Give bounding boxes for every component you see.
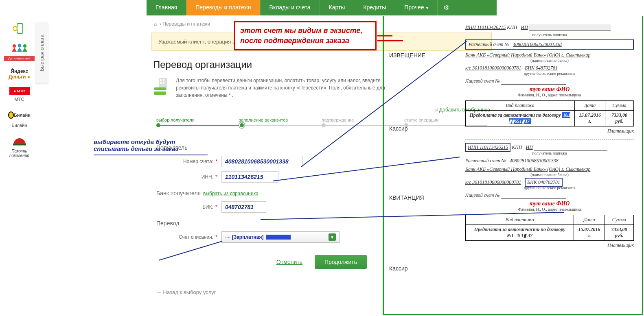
- sidebar: Дети наше всё Я́ндексДеньги ● ● МТСМТС Б…: [4, 22, 35, 165]
- quick-pay-tab[interactable]: Быстрая оплата: [36, 22, 48, 83]
- chevron-down-icon: ▾: [425, 6, 429, 10]
- sidebar-family[interactable]: Дети наше всё: [4, 42, 35, 61]
- svg-rect-6: [160, 79, 162, 81]
- breadcrumb-current: Переводы и платежи: [162, 21, 210, 27]
- svg-point-3: [18, 44, 21, 47]
- nav-cards[interactable]: Карты: [320, 0, 355, 15]
- svg-point-2: [13, 44, 16, 48]
- sidebar-yandex-money[interactable]: Я́ндексДеньги ●: [4, 68, 35, 80]
- receipt-panel: ИНН 110113426215 КПП ИП получатель плате…: [383, 16, 643, 299]
- cancel-button[interactable]: Отменить: [276, 259, 302, 265]
- inn-label: ИНН: *: [156, 174, 221, 180]
- breadcrumb-home[interactable]: ⌂: [154, 21, 157, 27]
- annotation-debit-hint: выбираете откуда будут списывать деньги …: [94, 138, 208, 155]
- receipt-table-1: Вид платежаДатаСумма Предоплата за автоз…: [465, 100, 634, 126]
- continue-button[interactable]: Продолжить: [315, 255, 367, 269]
- debit-label: Счет списания: *: [156, 234, 221, 240]
- intro-text: Для того чтобы перевести деньги организа…: [176, 77, 388, 99]
- nav-deposits[interactable]: Вклады и счета: [261, 0, 320, 15]
- svg-point-1: [13, 26, 17, 31]
- building-card-icon: [153, 77, 169, 95]
- annotation-red-box: этот счет мы видим в экзисте, после подт…: [234, 21, 377, 50]
- step-1[interactable]: выбор получателя: [156, 118, 239, 126]
- main-navbar: Главная Переводы и платежи Вклады и счет…: [147, 0, 497, 15]
- sidebar-mts[interactable]: ● МТСМТС: [4, 87, 35, 102]
- nav-other[interactable]: Прочее ▾: [395, 0, 438, 15]
- debit-account-select[interactable]: ···· [Зарплатная] ▼: [221, 231, 340, 243]
- svg-rect-9: [163, 82, 164, 84]
- svg-rect-0: [17, 24, 23, 33]
- svg-rect-8: [160, 82, 162, 84]
- sidebar-memory[interactable]: Памятьпоколений: [4, 135, 35, 158]
- gear-icon[interactable]: ⚙: [438, 0, 455, 15]
- nav-credits[interactable]: Кредиты: [354, 0, 395, 15]
- chevron-down-icon: ▼: [329, 233, 336, 241]
- sidebar-phone[interactable]: [4, 22, 35, 35]
- receipt-table-2: Вид платежаДатаСумма Предоплата за автоз…: [465, 215, 634, 241]
- nav-main[interactable]: Главная: [147, 0, 186, 15]
- account-input[interactable]: [221, 156, 303, 167]
- bank-directory-link[interactable]: выбрать из справочника: [203, 191, 258, 196]
- svg-rect-7: [163, 79, 164, 81]
- nav-transfers[interactable]: Переводы и платежи: [186, 0, 260, 15]
- sidebar-beeline[interactable]: БилайнБилайн: [4, 109, 35, 128]
- inn-input[interactable]: [221, 171, 278, 183]
- account-label: Номер счета: *: [156, 159, 221, 164]
- bik-input[interactable]: [221, 201, 266, 213]
- svg-point-4: [23, 44, 26, 48]
- step-2[interactable]: заполнение реквизитов: [239, 118, 322, 126]
- svg-rect-11: [154, 90, 166, 92]
- bik-label: БИК: *: [156, 204, 221, 210]
